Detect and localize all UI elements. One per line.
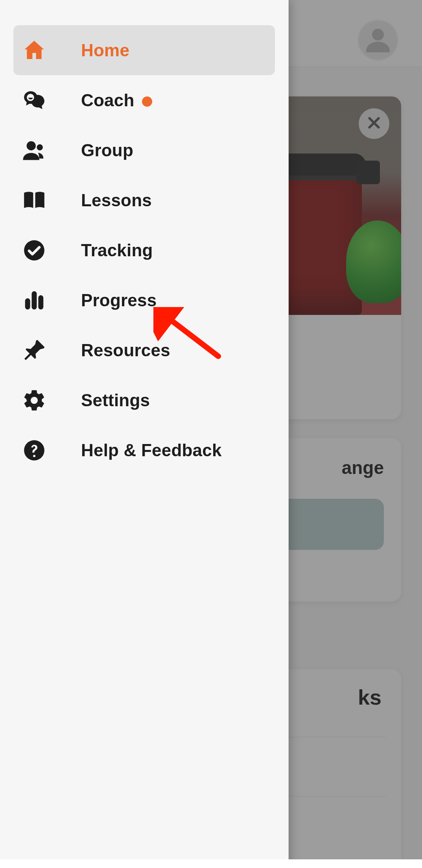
help-icon [22, 438, 46, 463]
nav-label: Progress [81, 291, 157, 310]
nav-item-help-feedback[interactable]: Help & Feedback [13, 425, 275, 475]
nav-item-progress[interactable]: Progress [13, 275, 275, 325]
nav-item-coach[interactable]: Coach [13, 75, 275, 125]
nav-item-lessons[interactable]: Lessons [13, 175, 275, 225]
svg-rect-7 [38, 295, 43, 309]
bottom-edge [0, 859, 422, 868]
nav-label: Help & Feedback [81, 440, 222, 460]
svg-point-4 [24, 240, 44, 261]
book-icon [22, 188, 46, 213]
nav-item-resources[interactable]: Resources [13, 325, 275, 375]
svg-rect-5 [25, 298, 30, 309]
pin-icon [22, 338, 46, 363]
nav-item-group[interactable]: Group [13, 125, 275, 175]
svg-point-3 [37, 144, 43, 150]
notification-dot [142, 96, 152, 107]
nav-label: Group [81, 141, 133, 160]
nav-label: Coach [81, 91, 152, 110]
group-icon [22, 138, 46, 163]
nav-label: Home [81, 41, 129, 60]
svg-point-1 [27, 94, 34, 101]
svg-point-2 [27, 141, 36, 150]
nav-label: Tracking [81, 241, 153, 260]
nav-item-tracking[interactable]: Tracking [13, 225, 275, 275]
nav-label: Lessons [81, 191, 152, 210]
nav-item-settings[interactable]: Settings [13, 375, 275, 425]
chat-icon [22, 88, 46, 113]
nav-label: Resources [81, 341, 170, 360]
check-icon [22, 238, 46, 263]
nav-list: Home Coach Group Lessons [0, 0, 288, 500]
navigation-drawer: Home Coach Group Lessons [0, 0, 289, 868]
home-icon [22, 38, 46, 63]
nav-item-home[interactable]: Home [13, 25, 275, 75]
nav-label: Settings [81, 391, 150, 410]
svg-rect-6 [32, 291, 37, 309]
gear-icon [22, 388, 46, 413]
bars-icon [22, 288, 46, 313]
